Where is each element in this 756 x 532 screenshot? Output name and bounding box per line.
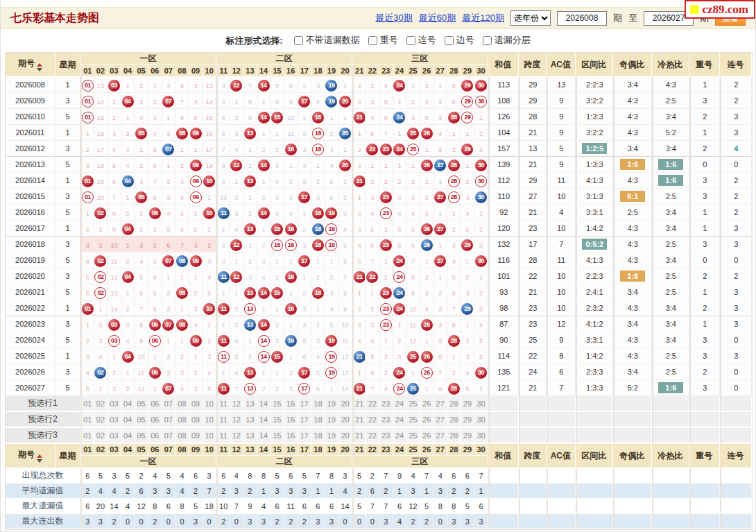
preselect-cell[interactable]: 24 [393, 412, 407, 428]
preselect-cell[interactable]: 21 [352, 396, 366, 412]
preselect-cell[interactable]: 19 [325, 412, 339, 428]
preselect-cell[interactable]: 25 [406, 412, 420, 428]
preselect-cell[interactable]: 19 [325, 428, 339, 444]
preselect-cell[interactable]: 01 [80, 412, 94, 428]
preselect-cell[interactable]: 28 [447, 428, 461, 444]
filter-checkbox[interactable] [445, 36, 454, 45]
preselect-cell[interactable]: 05 [135, 396, 148, 412]
preselect-cell[interactable]: 01 [80, 396, 94, 412]
preselect-cell[interactable]: 16 [284, 396, 298, 412]
preselect-cell[interactable]: 14 [257, 396, 271, 412]
preselect-cell[interactable]: 06 [148, 396, 162, 412]
preselect-cell[interactable]: 04 [121, 412, 135, 428]
preselect-cell[interactable]: 22 [366, 428, 379, 444]
preselect-cell[interactable]: 16 [284, 428, 298, 444]
preselect-cell[interactable]: 21 [352, 428, 366, 444]
preselect-cell[interactable]: 04 [121, 428, 135, 444]
sort-icon[interactable] [37, 63, 42, 71]
preselect-cell[interactable]: 03 [108, 428, 121, 444]
preselect-cell[interactable]: 20 [338, 428, 352, 444]
preselect-cell[interactable]: 18 [311, 412, 325, 428]
sort-icon[interactable] [37, 454, 42, 463]
preselect-cell[interactable]: 15 [270, 396, 284, 412]
preselect-cell[interactable]: 11 [216, 396, 230, 412]
col-issue-header[interactable]: 期号 [6, 53, 55, 77]
preselect-cell[interactable]: 20 [338, 412, 352, 428]
preselect-cell[interactable]: 26 [420, 396, 434, 412]
preselect-cell[interactable]: 29 [461, 396, 475, 412]
preselect-cell[interactable]: 26 [420, 412, 434, 428]
preselect-cell[interactable]: 17 [298, 396, 312, 412]
preselect-cell[interactable]: 09 [189, 412, 203, 428]
preselect-cell[interactable]: 17 [298, 428, 312, 444]
preselect-cell[interactable]: 10 [203, 396, 216, 412]
preselect-cell[interactable]: 23 [379, 412, 393, 428]
preselect-cell[interactable]: 03 [108, 396, 121, 412]
preselect-cell[interactable]: 27 [433, 396, 447, 412]
preselect-cell[interactable]: 02 [94, 428, 108, 444]
preselect-cell[interactable]: 04 [121, 396, 135, 412]
preselect-cell[interactable]: 07 [162, 428, 176, 444]
preselect-cell[interactable]: 19 [325, 396, 339, 412]
preselect-cell[interactable]: 13 [243, 428, 257, 444]
preselect-cell[interactable]: 28 [447, 412, 461, 428]
preselect-cell[interactable]: 22 [366, 396, 379, 412]
preselect-cell[interactable]: 21 [352, 412, 366, 428]
preselect-cell[interactable]: 11 [216, 412, 230, 428]
preselect-cell[interactable]: 30 [474, 396, 488, 412]
preselect-cell[interactable]: 10 [203, 428, 216, 444]
preselect-cell[interactable]: 14 [257, 412, 271, 428]
preselect-cell[interactable]: 02 [94, 412, 108, 428]
preselect-cell[interactable]: 09 [189, 396, 203, 412]
filter-checkbox[interactable] [368, 36, 377, 45]
preselect-cell[interactable]: 27 [433, 412, 447, 428]
preselect-cell[interactable]: 02 [94, 396, 108, 412]
col-issue-header-bottom[interactable]: 期号 [6, 444, 55, 468]
preselect-cell[interactable]: 23 [379, 396, 393, 412]
preselect-cell[interactable]: 16 [284, 412, 298, 428]
preselect-cell[interactable]: 18 [311, 396, 325, 412]
preselect-cell[interactable]: 25 [406, 428, 420, 444]
preselect-cell[interactable]: 12 [230, 412, 244, 428]
preselect-cell[interactable]: 05 [135, 412, 148, 428]
filter-option[interactable]: 遗漏分层 [483, 34, 531, 46]
filter-option[interactable]: 重号 [368, 34, 398, 46]
preselect-cell[interactable]: 22 [366, 412, 379, 428]
preselect-cell[interactable]: 29 [461, 412, 475, 428]
link-recent-60[interactable]: 最近60期 [419, 12, 456, 24]
from-issue-input[interactable] [557, 11, 607, 26]
preselect-cell[interactable]: 06 [148, 428, 162, 444]
preselect-cell[interactable]: 23 [379, 428, 393, 444]
preselect-cell[interactable]: 15 [270, 412, 284, 428]
preselect-cell[interactable]: 28 [447, 396, 461, 412]
preselect-cell[interactable]: 14 [257, 428, 271, 444]
preselect-cell[interactable]: 12 [230, 428, 244, 444]
preselect-cell[interactable]: 01 [80, 428, 94, 444]
preselect-cell[interactable]: 20 [338, 396, 352, 412]
preselect-cell[interactable]: 26 [420, 428, 434, 444]
preselect-cell[interactable]: 12 [230, 396, 244, 412]
preselect-cell[interactable]: 08 [175, 428, 189, 444]
preselect-cell[interactable]: 13 [243, 412, 257, 428]
filter-checkbox[interactable] [294, 36, 303, 45]
preselect-cell[interactable]: 09 [189, 428, 203, 444]
preselect-cell[interactable]: 10 [203, 412, 216, 428]
preselect-cell[interactable]: 08 [175, 412, 189, 428]
preselect-cell[interactable]: 27 [433, 428, 447, 444]
preselect-cell[interactable]: 07 [162, 412, 176, 428]
preselect-cell[interactable]: 07 [162, 396, 176, 412]
preselect-cell[interactable]: 24 [393, 396, 407, 412]
preselect-cell[interactable]: 06 [148, 412, 162, 428]
filter-option[interactable]: 连号 [406, 34, 436, 46]
preselect-cell[interactable]: 29 [461, 428, 475, 444]
filter-option[interactable]: 不带遗漏数据 [294, 34, 360, 46]
preselect-cell[interactable]: 13 [243, 396, 257, 412]
filter-option[interactable]: 边号 [445, 34, 474, 46]
preselect-cell[interactable]: 30 [474, 428, 488, 444]
preselect-cell[interactable]: 03 [108, 412, 121, 428]
preselect-cell[interactable]: 18 [311, 428, 325, 444]
link-recent-30[interactable]: 最近30期 [375, 12, 412, 24]
preselect-cell[interactable]: 24 [393, 428, 407, 444]
preselect-cell[interactable]: 11 [216, 428, 230, 444]
preselect-cell[interactable]: 15 [270, 428, 284, 444]
